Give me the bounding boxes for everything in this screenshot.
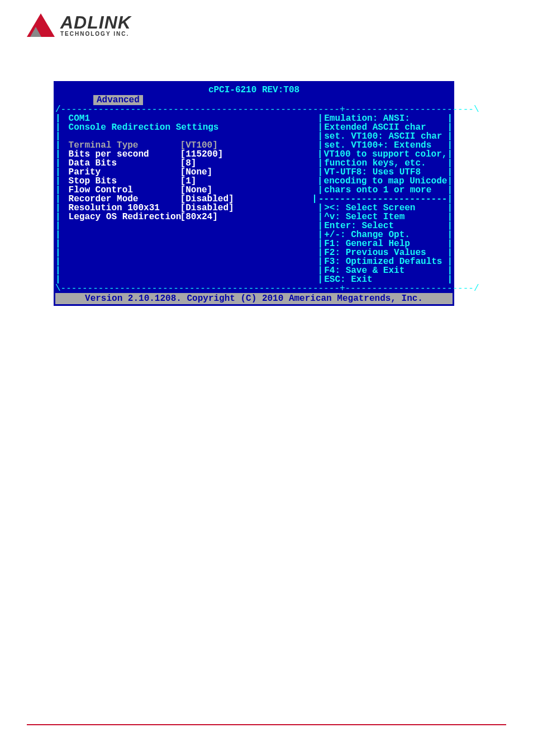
logo-sub: TECHNOLOGY INC. [60, 31, 131, 37]
setting-stopbits-value[interactable]: [1] [180, 177, 197, 186]
logo: ADLINK TECHNOLOGY INC. [27, 11, 131, 39]
frame-top: /---------------------------------------… [55, 105, 453, 114]
setting-flow-value[interactable]: [None] [180, 186, 213, 195]
setting-bits-value[interactable]: [115200] [180, 150, 223, 159]
logo-brand: ADLINK [60, 13, 131, 31]
setting-stopbits-label[interactable]: Stop Bits [69, 177, 180, 186]
setting-resolution-value[interactable]: [Disabled] [180, 204, 234, 212]
section-console: Console Redirection Settings [69, 123, 219, 132]
footer-bar: Version 2.10.1208. Copyright (C) 2010 Am… [55, 293, 453, 304]
setting-resolution-label[interactable]: Resolution 100x31 [69, 204, 180, 212]
setting-databits-value[interactable]: [8] [180, 159, 197, 168]
setting-terminal-type-label[interactable]: Terminal Type [69, 141, 180, 150]
tab-row: Advanced [55, 95, 453, 105]
frame-bottom: \---------------------------------------… [55, 284, 453, 293]
setting-legacy-value[interactable]: [80x24] [180, 212, 218, 221]
bios-screen: cPCI-6210 REV:T08 Advanced /------------… [54, 81, 454, 306]
setting-terminal-type-value[interactable]: [VT100] [180, 141, 292, 150]
bios-title: cPCI-6210 REV:T08 [55, 83, 453, 95]
setting-parity-label[interactable]: Parity [69, 168, 180, 177]
setting-bits-label[interactable]: Bits per second [69, 150, 180, 159]
setting-parity-value[interactable]: [None] [180, 168, 213, 177]
logo-icon [27, 11, 55, 39]
setting-legacy-label[interactable]: Legacy OS Redirection [69, 212, 180, 221]
page-divider [27, 724, 506, 725]
setting-flow-label[interactable]: Flow Control [69, 186, 180, 195]
setting-databits-label[interactable]: Data Bits [69, 159, 180, 168]
tab-advanced[interactable]: Advanced [93, 95, 143, 105]
logo-text: ADLINK TECHNOLOGY INC. [60, 13, 131, 37]
setting-recorder-value[interactable]: [Disabled] [180, 195, 234, 204]
section-com1: COM1 [69, 114, 90, 123]
setting-recorder-label[interactable]: Recorder Mode [69, 195, 180, 204]
